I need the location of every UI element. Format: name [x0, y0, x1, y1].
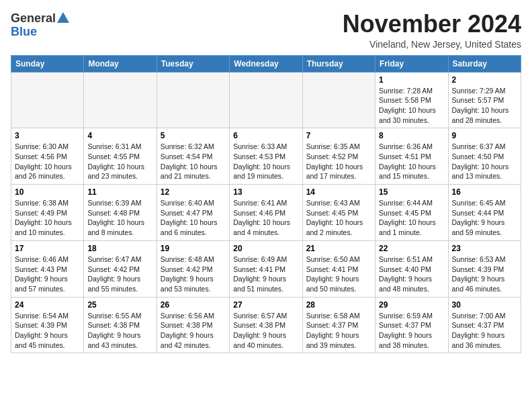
day-info: Sunrise: 6:51 AM Sunset: 4:40 PM Dayligh… — [379, 255, 444, 294]
day-info: Sunrise: 6:54 AM Sunset: 4:39 PM Dayligh… — [15, 311, 80, 351]
calendar-cell: 2Sunrise: 7:29 AM Sunset: 5:57 PM Daylig… — [448, 72, 521, 128]
calendar-cell: 24Sunrise: 6:54 AM Sunset: 4:39 PM Dayli… — [11, 297, 84, 353]
day-info: Sunrise: 6:56 AM Sunset: 4:38 PM Dayligh… — [161, 311, 226, 351]
day-number: 14 — [306, 187, 371, 197]
day-number: 1 — [379, 75, 444, 85]
calendar-cell: 30Sunrise: 7:00 AM Sunset: 4:37 PM Dayli… — [448, 297, 521, 353]
weekday-header-sunday: Sunday — [11, 55, 84, 72]
weekday-header-wednesday: Wednesday — [230, 55, 302, 72]
day-number: 7 — [306, 131, 371, 140]
weekday-header-friday: Friday — [375, 55, 448, 72]
calendar-cell — [230, 72, 302, 128]
day-number: 21 — [306, 244, 371, 253]
day-info: Sunrise: 6:36 AM Sunset: 4:51 PM Dayligh… — [379, 142, 444, 181]
calendar-cell: 15Sunrise: 6:44 AM Sunset: 4:45 PM Dayli… — [375, 185, 448, 241]
day-number: 9 — [452, 131, 517, 140]
day-info: Sunrise: 6:46 AM Sunset: 4:43 PM Dayligh… — [15, 255, 80, 294]
location: Vineland, New Jersey, United States — [343, 39, 521, 50]
day-info: Sunrise: 6:38 AM Sunset: 4:49 PM Dayligh… — [15, 198, 80, 238]
day-number: 22 — [379, 244, 444, 253]
title-section: November 2024 Vineland, New Jersey, Unit… — [343, 11, 521, 50]
day-info: Sunrise: 6:50 AM Sunset: 4:41 PM Dayligh… — [306, 255, 371, 294]
calendar-cell: 20Sunrise: 6:49 AM Sunset: 4:41 PM Dayli… — [230, 240, 302, 297]
calendar-cell: 28Sunrise: 6:58 AM Sunset: 4:37 PM Dayli… — [302, 297, 375, 353]
day-number: 20 — [233, 244, 298, 253]
weekday-header-thursday: Thursday — [302, 55, 375, 72]
calendar-week-5: 24Sunrise: 6:54 AM Sunset: 4:39 PM Dayli… — [11, 297, 521, 353]
day-info: Sunrise: 6:45 AM Sunset: 4:44 PM Dayligh… — [452, 198, 517, 238]
logo-blue: Blue — [11, 26, 37, 38]
calendar-cell: 10Sunrise: 6:38 AM Sunset: 4:49 PM Dayli… — [11, 185, 84, 241]
calendar-cell: 13Sunrise: 6:41 AM Sunset: 4:46 PM Dayli… — [230, 185, 302, 241]
calendar-cell: 11Sunrise: 6:39 AM Sunset: 4:48 PM Dayli… — [84, 185, 157, 241]
calendar-table: SundayMondayTuesdayWednesdayThursdayFrid… — [11, 55, 521, 354]
calendar-cell — [84, 72, 157, 128]
day-number: 26 — [161, 300, 226, 310]
day-number: 12 — [161, 187, 226, 197]
day-info: Sunrise: 6:47 AM Sunset: 4:42 PM Dayligh… — [87, 255, 152, 294]
calendar-cell: 9Sunrise: 6:37 AM Sunset: 4:50 PM Daylig… — [448, 128, 521, 185]
weekday-header-row: SundayMondayTuesdayWednesdayThursdayFrid… — [11, 55, 521, 72]
calendar-week-2: 3Sunrise: 6:30 AM Sunset: 4:56 PM Daylig… — [11, 128, 521, 185]
day-number: 30 — [452, 300, 517, 310]
day-info: Sunrise: 6:55 AM Sunset: 4:38 PM Dayligh… — [87, 311, 152, 351]
calendar-cell: 7Sunrise: 6:35 AM Sunset: 4:52 PM Daylig… — [302, 128, 375, 185]
calendar-cell: 23Sunrise: 6:53 AM Sunset: 4:39 PM Dayli… — [448, 240, 521, 297]
day-number: 8 — [379, 131, 444, 140]
day-number: 3 — [15, 131, 80, 140]
day-info: Sunrise: 6:31 AM Sunset: 4:55 PM Dayligh… — [87, 142, 152, 181]
calendar-cell: 4Sunrise: 6:31 AM Sunset: 4:55 PM Daylig… — [84, 128, 157, 185]
day-info: Sunrise: 6:49 AM Sunset: 4:41 PM Dayligh… — [233, 255, 298, 294]
day-number: 25 — [87, 300, 152, 310]
day-number: 5 — [161, 131, 226, 140]
day-info: Sunrise: 6:40 AM Sunset: 4:47 PM Dayligh… — [161, 198, 226, 238]
month-title: November 2024 — [343, 11, 521, 38]
calendar-cell: 19Sunrise: 6:48 AM Sunset: 4:42 PM Dayli… — [157, 240, 229, 297]
day-info: Sunrise: 6:57 AM Sunset: 4:38 PM Dayligh… — [233, 311, 298, 351]
day-info: Sunrise: 6:59 AM Sunset: 4:37 PM Dayligh… — [379, 311, 444, 351]
day-info: Sunrise: 6:30 AM Sunset: 4:56 PM Dayligh… — [15, 142, 80, 181]
day-number: 16 — [452, 187, 517, 197]
day-number: 11 — [87, 187, 152, 197]
day-info: Sunrise: 6:39 AM Sunset: 4:48 PM Dayligh… — [87, 198, 152, 238]
calendar-cell: 14Sunrise: 6:43 AM Sunset: 4:45 PM Dayli… — [302, 185, 375, 241]
calendar-cell: 25Sunrise: 6:55 AM Sunset: 4:38 PM Dayli… — [84, 297, 157, 353]
day-number: 24 — [15, 300, 80, 310]
logo-icon — [56, 11, 71, 26]
calendar-cell: 27Sunrise: 6:57 AM Sunset: 4:38 PM Dayli… — [230, 297, 302, 353]
day-info: Sunrise: 6:37 AM Sunset: 4:50 PM Dayligh… — [452, 142, 517, 181]
day-number: 6 — [233, 131, 298, 140]
day-number: 15 — [379, 187, 444, 197]
day-number: 29 — [379, 300, 444, 310]
day-info: Sunrise: 6:41 AM Sunset: 4:46 PM Dayligh… — [233, 198, 298, 238]
day-info: Sunrise: 6:53 AM Sunset: 4:39 PM Dayligh… — [452, 255, 517, 294]
day-number: 23 — [452, 244, 517, 253]
calendar-week-3: 10Sunrise: 6:38 AM Sunset: 4:49 PM Dayli… — [11, 185, 521, 241]
day-number: 2 — [452, 75, 517, 85]
calendar-cell: 8Sunrise: 6:36 AM Sunset: 4:51 PM Daylig… — [375, 128, 448, 185]
calendar-cell: 3Sunrise: 6:30 AM Sunset: 4:56 PM Daylig… — [11, 128, 84, 185]
calendar-cell: 26Sunrise: 6:56 AM Sunset: 4:38 PM Dayli… — [157, 297, 229, 353]
calendar-cell: 12Sunrise: 6:40 AM Sunset: 4:47 PM Dayli… — [157, 185, 229, 241]
day-info: Sunrise: 7:29 AM Sunset: 5:57 PM Dayligh… — [452, 86, 517, 126]
calendar-week-4: 17Sunrise: 6:46 AM Sunset: 4:43 PM Dayli… — [11, 240, 521, 297]
calendar-cell — [11, 72, 84, 128]
page-header: General Blue November 2024 Vineland, New… — [11, 11, 521, 50]
day-number: 4 — [87, 131, 152, 140]
day-info: Sunrise: 6:44 AM Sunset: 4:45 PM Dayligh… — [379, 198, 444, 238]
day-number: 19 — [161, 244, 226, 253]
calendar-cell: 21Sunrise: 6:50 AM Sunset: 4:41 PM Dayli… — [302, 240, 375, 297]
calendar-cell — [302, 72, 375, 128]
calendar-week-1: 1Sunrise: 7:28 AM Sunset: 5:58 PM Daylig… — [11, 72, 521, 128]
day-info: Sunrise: 7:00 AM Sunset: 4:37 PM Dayligh… — [452, 311, 517, 351]
day-info: Sunrise: 6:35 AM Sunset: 4:52 PM Dayligh… — [306, 142, 371, 181]
weekday-header-saturday: Saturday — [448, 55, 521, 72]
day-number: 17 — [15, 244, 80, 253]
day-number: 13 — [233, 187, 298, 197]
day-number: 18 — [87, 244, 152, 253]
day-number: 10 — [15, 187, 80, 197]
calendar-cell: 5Sunrise: 6:32 AM Sunset: 4:54 PM Daylig… — [157, 128, 229, 185]
calendar-cell: 17Sunrise: 6:46 AM Sunset: 4:43 PM Dayli… — [11, 240, 84, 297]
calendar-cell: 16Sunrise: 6:45 AM Sunset: 4:44 PM Dayli… — [448, 185, 521, 241]
day-info: Sunrise: 6:43 AM Sunset: 4:45 PM Dayligh… — [306, 198, 371, 238]
